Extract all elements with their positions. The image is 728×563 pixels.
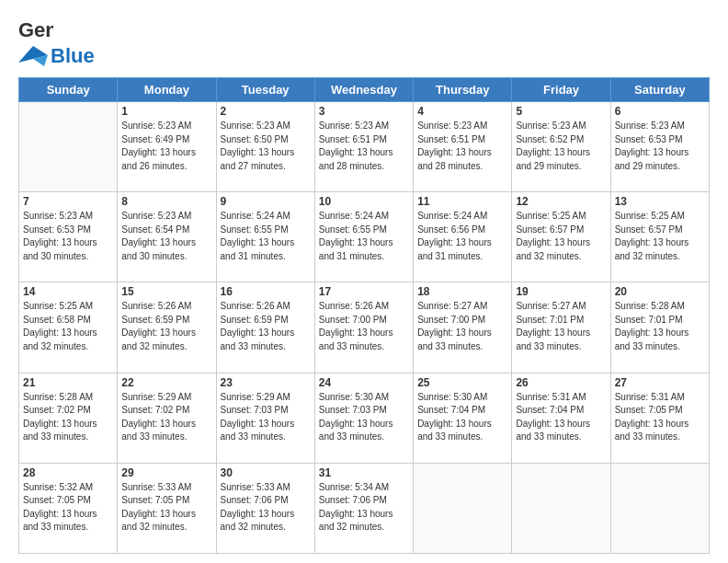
calendar-cell: 5Sunrise: 5:23 AMSunset: 6:52 PMDaylight… xyxy=(512,102,610,192)
calendar-cell: 27Sunrise: 5:31 AMSunset: 7:05 PMDayligh… xyxy=(610,373,709,463)
day-number: 6 xyxy=(615,105,705,118)
day-info: Sunrise: 5:23 AMSunset: 6:50 PMDaylight:… xyxy=(221,120,311,173)
day-info: Sunrise: 5:31 AMSunset: 7:05 PMDaylight:… xyxy=(615,391,705,444)
weekday-header-friday: Friday xyxy=(512,78,610,102)
calendar-cell: 7Sunrise: 5:23 AMSunset: 6:53 PMDaylight… xyxy=(19,192,118,282)
calendar-week-3: 14Sunrise: 5:25 AMSunset: 6:58 PMDayligh… xyxy=(19,282,710,373)
day-number: 19 xyxy=(516,285,606,298)
day-number: 16 xyxy=(221,285,311,298)
calendar-cell xyxy=(414,463,512,553)
day-number: 24 xyxy=(319,376,409,389)
day-number: 9 xyxy=(221,195,311,208)
logo: General Blue xyxy=(18,17,95,68)
calendar-cell: 20Sunrise: 5:28 AMSunset: 7:01 PMDayligh… xyxy=(610,282,709,373)
calendar-cell xyxy=(19,102,118,192)
header: General Blue xyxy=(18,17,710,68)
day-info: Sunrise: 5:30 AMSunset: 7:03 PMDaylight:… xyxy=(319,391,409,444)
day-number: 14 xyxy=(23,285,113,298)
day-number: 21 xyxy=(23,376,113,389)
day-info: Sunrise: 5:26 AMSunset: 6:59 PMDaylight:… xyxy=(121,300,211,353)
day-info: Sunrise: 5:26 AMSunset: 7:00 PMDaylight:… xyxy=(319,300,409,353)
day-info: Sunrise: 5:23 AMSunset: 6:51 PMDaylight:… xyxy=(319,120,409,173)
day-info: Sunrise: 5:24 AMSunset: 6:55 PMDaylight:… xyxy=(221,210,311,263)
calendar-cell xyxy=(610,463,709,553)
calendar-cell: 24Sunrise: 5:30 AMSunset: 7:03 PMDayligh… xyxy=(314,373,413,463)
day-number: 29 xyxy=(121,466,211,479)
calendar-cell: 22Sunrise: 5:29 AMSunset: 7:02 PMDayligh… xyxy=(118,373,216,463)
day-info: Sunrise: 5:25 AMSunset: 6:57 PMDaylight:… xyxy=(516,210,606,263)
calendar-cell: 17Sunrise: 5:26 AMSunset: 7:00 PMDayligh… xyxy=(314,282,413,373)
day-info: Sunrise: 5:23 AMSunset: 6:53 PMDaylight:… xyxy=(23,210,113,263)
calendar-cell: 31Sunrise: 5:34 AMSunset: 7:06 PMDayligh… xyxy=(314,463,413,553)
calendar-week-2: 7Sunrise: 5:23 AMSunset: 6:53 PMDaylight… xyxy=(19,192,710,282)
day-number: 2 xyxy=(221,105,311,118)
day-info: Sunrise: 5:29 AMSunset: 7:03 PMDaylight:… xyxy=(221,391,311,444)
day-info: Sunrise: 5:34 AMSunset: 7:06 PMDaylight:… xyxy=(319,481,409,534)
day-info: Sunrise: 5:25 AMSunset: 6:58 PMDaylight:… xyxy=(23,300,113,353)
weekday-header-tuesday: Tuesday xyxy=(216,78,314,102)
calendar-cell: 19Sunrise: 5:27 AMSunset: 7:01 PMDayligh… xyxy=(512,282,610,373)
weekday-header-wednesday: Wednesday xyxy=(314,78,413,102)
calendar-cell: 30Sunrise: 5:33 AMSunset: 7:06 PMDayligh… xyxy=(216,463,314,553)
day-number: 22 xyxy=(121,376,211,389)
page: General Blue SundayMondayTuesdayWednesda… xyxy=(0,0,728,563)
logo-icon: General xyxy=(18,17,53,44)
calendar-cell: 12Sunrise: 5:25 AMSunset: 6:57 PMDayligh… xyxy=(512,192,610,282)
day-number: 4 xyxy=(417,105,507,118)
day-info: Sunrise: 5:27 AMSunset: 7:01 PMDaylight:… xyxy=(516,300,606,353)
day-number: 5 xyxy=(516,105,606,118)
calendar-cell: 29Sunrise: 5:33 AMSunset: 7:05 PMDayligh… xyxy=(118,463,216,553)
day-number: 17 xyxy=(319,285,409,298)
calendar-cell: 1Sunrise: 5:23 AMSunset: 6:49 PMDaylight… xyxy=(118,102,216,192)
day-number: 13 xyxy=(615,195,705,208)
calendar-cell: 26Sunrise: 5:31 AMSunset: 7:04 PMDayligh… xyxy=(512,373,610,463)
day-number: 25 xyxy=(417,376,507,389)
day-number: 30 xyxy=(221,466,311,479)
day-info: Sunrise: 5:32 AMSunset: 7:05 PMDaylight:… xyxy=(23,481,113,534)
day-info: Sunrise: 5:28 AMSunset: 7:01 PMDaylight:… xyxy=(615,300,705,353)
calendar-table: SundayMondayTuesdayWednesdayThursdayFrid… xyxy=(18,77,710,554)
calendar-week-5: 28Sunrise: 5:32 AMSunset: 7:05 PMDayligh… xyxy=(19,463,710,553)
calendar-cell: 3Sunrise: 5:23 AMSunset: 6:51 PMDaylight… xyxy=(314,102,413,192)
calendar-week-1: 1Sunrise: 5:23 AMSunset: 6:49 PMDaylight… xyxy=(19,102,710,192)
weekday-header-saturday: Saturday xyxy=(610,78,709,102)
day-number: 7 xyxy=(23,195,113,208)
day-info: Sunrise: 5:23 AMSunset: 6:54 PMDaylight:… xyxy=(121,210,211,263)
calendar-cell: 2Sunrise: 5:23 AMSunset: 6:50 PMDaylight… xyxy=(216,102,314,192)
day-info: Sunrise: 5:26 AMSunset: 6:59 PMDaylight:… xyxy=(221,300,311,353)
day-number: 26 xyxy=(516,376,606,389)
calendar-cell xyxy=(512,463,610,553)
calendar-cell: 14Sunrise: 5:25 AMSunset: 6:58 PMDayligh… xyxy=(19,282,118,373)
calendar-cell: 25Sunrise: 5:30 AMSunset: 7:04 PMDayligh… xyxy=(414,373,512,463)
calendar-cell: 28Sunrise: 5:32 AMSunset: 7:05 PMDayligh… xyxy=(19,463,118,553)
day-number: 23 xyxy=(221,376,311,389)
day-info: Sunrise: 5:23 AMSunset: 6:49 PMDaylight:… xyxy=(121,120,211,173)
calendar-cell: 10Sunrise: 5:24 AMSunset: 6:55 PMDayligh… xyxy=(314,192,413,282)
day-number: 28 xyxy=(23,466,113,479)
day-number: 15 xyxy=(121,285,211,298)
day-number: 1 xyxy=(121,105,211,118)
day-info: Sunrise: 5:28 AMSunset: 7:02 PMDaylight:… xyxy=(23,391,113,444)
day-number: 18 xyxy=(417,285,507,298)
calendar-header-row: SundayMondayTuesdayWednesdayThursdayFrid… xyxy=(19,78,710,102)
day-info: Sunrise: 5:25 AMSunset: 6:57 PMDaylight:… xyxy=(615,210,705,263)
day-info: Sunrise: 5:23 AMSunset: 6:51 PMDaylight:… xyxy=(417,120,507,173)
svg-text:General: General xyxy=(18,18,53,41)
weekday-header-sunday: Sunday xyxy=(19,78,118,102)
day-info: Sunrise: 5:24 AMSunset: 6:56 PMDaylight:… xyxy=(417,210,507,263)
day-info: Sunrise: 5:24 AMSunset: 6:55 PMDaylight:… xyxy=(319,210,409,263)
calendar-cell: 4Sunrise: 5:23 AMSunset: 6:51 PMDaylight… xyxy=(414,102,512,192)
day-info: Sunrise: 5:23 AMSunset: 6:52 PMDaylight:… xyxy=(516,120,606,173)
weekday-header-monday: Monday xyxy=(118,78,216,102)
calendar-week-4: 21Sunrise: 5:28 AMSunset: 7:02 PMDayligh… xyxy=(19,373,710,463)
bird-icon xyxy=(18,46,48,66)
logo-blue-text: Blue xyxy=(51,44,95,68)
day-number: 10 xyxy=(319,195,409,208)
day-info: Sunrise: 5:27 AMSunset: 7:00 PMDaylight:… xyxy=(417,300,507,353)
day-info: Sunrise: 5:33 AMSunset: 7:05 PMDaylight:… xyxy=(121,481,211,534)
calendar-cell: 15Sunrise: 5:26 AMSunset: 6:59 PMDayligh… xyxy=(118,282,216,373)
day-info: Sunrise: 5:31 AMSunset: 7:04 PMDaylight:… xyxy=(516,391,606,444)
weekday-header-thursday: Thursday xyxy=(414,78,512,102)
day-info: Sunrise: 5:23 AMSunset: 6:53 PMDaylight:… xyxy=(615,120,705,173)
day-number: 12 xyxy=(516,195,606,208)
